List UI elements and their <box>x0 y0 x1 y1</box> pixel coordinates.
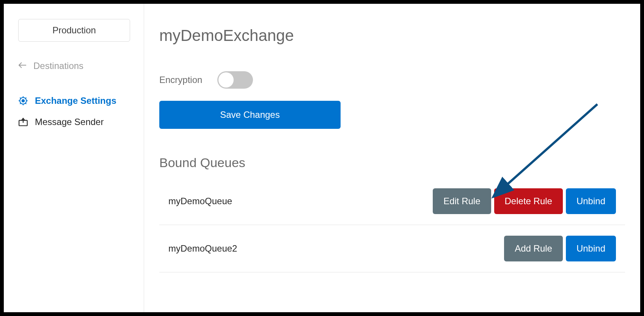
nav-item-label: Message Sender <box>35 117 104 127</box>
save-changes-button[interactable]: Save Changes <box>159 101 341 129</box>
sidebar: Production Destinations <box>4 4 144 312</box>
arrow-left-icon <box>18 61 27 71</box>
unbind-button[interactable]: Unbind <box>566 188 616 214</box>
encryption-row: Encryption <box>159 71 625 89</box>
queue-actions: Add Rule Unbind <box>504 236 616 261</box>
main-content: myDemoExchange Encryption Save Changes B… <box>144 4 640 312</box>
svg-line-8 <box>25 103 26 104</box>
delete-rule-button[interactable]: Delete Rule <box>494 188 563 214</box>
edit-rule-button[interactable]: Edit Rule <box>433 188 491 214</box>
svg-line-7 <box>20 98 21 99</box>
send-icon <box>18 117 28 127</box>
encryption-label: Encryption <box>159 75 202 85</box>
queue-name: myDemoQueue2 <box>168 243 504 254</box>
back-link-destinations[interactable]: Destinations <box>18 61 129 71</box>
add-rule-button[interactable]: Add Rule <box>504 236 563 261</box>
svg-line-10 <box>25 98 26 99</box>
page-title: myDemoExchange <box>159 27 625 45</box>
queue-actions: Edit Rule Delete Rule Unbind <box>433 188 616 214</box>
encryption-toggle[interactable] <box>217 71 253 89</box>
gear-icon <box>18 96 28 106</box>
queue-row: myDemoQueue Edit Rule Delete Rule Unbind <box>159 178 625 225</box>
bound-queues-list: myDemoQueue Edit Rule Delete Rule Unbind… <box>159 178 625 272</box>
app-frame: Production Destinations <box>4 4 640 312</box>
nav-item-label: Exchange Settings <box>35 95 116 106</box>
nav-item-exchange-settings[interactable]: Exchange Settings <box>18 90 129 111</box>
environment-selector[interactable]: Production <box>18 19 130 42</box>
bound-queues-heading: Bound Queues <box>159 155 625 170</box>
nav-item-message-sender[interactable]: Message Sender <box>18 111 129 133</box>
back-link-label: Destinations <box>33 61 83 71</box>
toggle-knob <box>218 72 234 88</box>
queue-row: myDemoQueue2 Add Rule Unbind <box>159 225 625 272</box>
unbind-button[interactable]: Unbind <box>566 236 616 261</box>
queue-name: myDemoQueue <box>168 196 433 206</box>
svg-line-9 <box>20 103 21 104</box>
svg-point-1 <box>22 100 25 102</box>
